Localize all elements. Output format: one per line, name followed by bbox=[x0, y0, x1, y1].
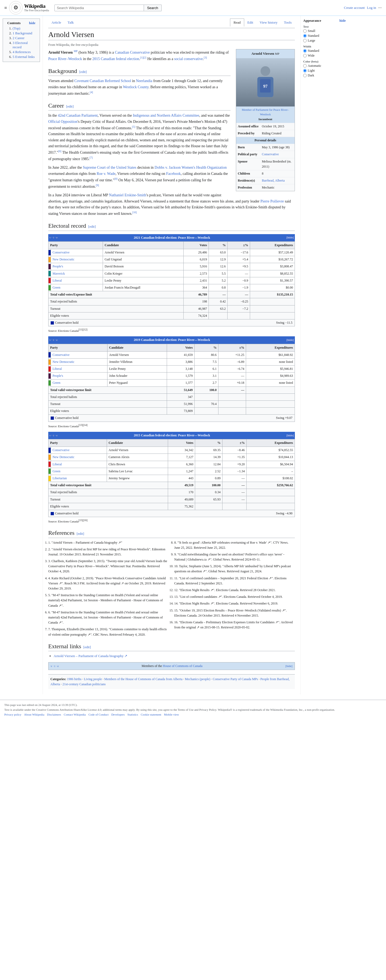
color-light-radio[interactable]: Light bbox=[303, 68, 346, 73]
hamburger-menu-icon[interactable]: ≡ bbox=[4, 5, 7, 11]
size-small-radio[interactable]: Small bbox=[303, 29, 346, 33]
references-heading: References [edit] bbox=[48, 528, 295, 538]
toc-title: Contents bbox=[7, 21, 21, 25]
references-list: 1. "Arnold Viersen – Parliament of Canad… bbox=[48, 540, 295, 637]
external-links-edit-link[interactable]: [edit] bbox=[83, 645, 91, 649]
members-bar-text: Members of the House of Commons of Canad… bbox=[141, 663, 202, 669]
search-input[interactable] bbox=[54, 5, 144, 11]
sidebar-item-top[interactable]: (Top) bbox=[13, 26, 21, 30]
from-wiki: From Wikipedia, the free encyclopedia bbox=[48, 43, 295, 47]
col-party: Party bbox=[49, 241, 103, 249]
members-hide[interactable]: [hide] bbox=[286, 664, 292, 669]
election-2019-table: Party Candidate Votes % ±% Expenditures … bbox=[48, 344, 295, 415]
footer-about-link[interactable]: About Wikipedia bbox=[24, 713, 44, 716]
reference-item: 1. "Arnold Viersen – Parliament of Canad… bbox=[48, 540, 169, 545]
logo-area: ⚙ Wikipedia The Free Encyclopedia bbox=[9, 1, 49, 14]
reference-item: 14. "Election Night Results ↗". Election… bbox=[174, 601, 295, 606]
election-2019-vte[interactable]: v · t · e bbox=[49, 338, 58, 342]
background-edit-link[interactable]: [edit] bbox=[79, 70, 87, 74]
color-automatic-radio[interactable]: Automatic bbox=[303, 64, 346, 68]
election-2019-hide[interactable]: [hide] bbox=[286, 338, 294, 342]
width-standard-radio[interactable]: Standard bbox=[303, 49, 346, 53]
wiki-subtitle: The Free Encyclopedia bbox=[24, 9, 49, 12]
col-candidate: Candidate bbox=[103, 241, 183, 249]
footer-mobile-link[interactable]: Mobile view bbox=[164, 713, 179, 716]
footer-links: Privacy policy About Wikipedia Disclaime… bbox=[4, 713, 382, 716]
article-body: Arnold Viersen MP 97 Member of Parliamen… bbox=[48, 49, 295, 689]
election-2015-table: Party Candidate Votes % ±% Expenditures … bbox=[48, 439, 295, 510]
reference-item: 5. "M-47 Instruction to the Standing Com… bbox=[48, 593, 169, 608]
footer-statistics-link[interactable]: Statistics bbox=[127, 713, 138, 716]
reference-item: 15. "October 19, 2015 Election Results –… bbox=[174, 608, 295, 618]
page-top-meta: Article Talk Read Edit View history Tool… bbox=[48, 19, 295, 26]
election-2015-source: Source: Elections Canada[15][16] bbox=[48, 518, 295, 524]
col-candidate-2019: Candidate bbox=[108, 344, 167, 352]
text-label: Text bbox=[303, 25, 346, 28]
election-2019-header: v · t · e 2019 Canadian federal election… bbox=[48, 336, 295, 344]
election-2021-table: Party Candidate Votes % ±% Expenditures … bbox=[48, 241, 295, 320]
license-text: Text is available under the Creative Com… bbox=[4, 708, 382, 711]
tab-talk[interactable]: Talk bbox=[64, 19, 77, 26]
election-2021-hide[interactable]: [hide] bbox=[286, 235, 294, 240]
content-tabs: Article Talk Read Edit View history Tool… bbox=[48, 19, 295, 26]
election-2021-header: v · t · e 2021 Canadian federal election… bbox=[48, 234, 295, 241]
size-standard-radio[interactable]: Standard bbox=[303, 34, 346, 38]
sidebar-item-references[interactable]: 4 References bbox=[13, 50, 31, 54]
toc-hide-link[interactable]: hide bbox=[29, 21, 35, 25]
reference-item: 7. Thompson, Elizabeth (December 13, 201… bbox=[48, 627, 169, 637]
external-link-1[interactable]: Arnold Viersen – Parliament of Canada bi… bbox=[54, 654, 127, 658]
footer-code-link[interactable]: Code of Conduct bbox=[89, 713, 108, 716]
career-edit-link[interactable]: [edit] bbox=[66, 104, 74, 108]
sidebar-item-external-links[interactable]: 5 External links bbox=[13, 55, 35, 59]
infobox: Arnold Viersen MP 97 Member of Parliamen… bbox=[236, 49, 295, 191]
election-2015-hide[interactable]: [hide] bbox=[286, 433, 294, 438]
col-pct: % bbox=[209, 241, 227, 249]
more-options-icon[interactable]: ⋯ bbox=[378, 6, 382, 10]
references-edit-link[interactable]: [edit] bbox=[77, 531, 84, 536]
members-vte[interactable]: v · t · e bbox=[51, 664, 59, 669]
footer-privacy-link[interactable]: Privacy policy bbox=[4, 713, 21, 716]
reference-item: 6. "M-47 Instruction to the Standing Com… bbox=[48, 610, 169, 625]
right-panel: Appearance hide Text Small Standard Larg… bbox=[300, 16, 348, 694]
col-party-2019: Party bbox=[49, 344, 108, 352]
footer-cookie-link[interactable]: Cookie statement bbox=[141, 713, 161, 716]
appearance-hide-link[interactable]: hide bbox=[339, 19, 346, 23]
reference-item: 11. "List of confirmed candidates – Sept… bbox=[174, 576, 295, 586]
election-2021-hold-swing: Conservative hold Swing −11.5 bbox=[48, 320, 295, 326]
tab-view-history[interactable]: View history bbox=[257, 19, 281, 26]
search-button[interactable]: Search bbox=[144, 5, 162, 11]
infobox-table: Assumed officeOctober 19, 2015 Preceded … bbox=[236, 123, 295, 191]
infobox-caption: Member of Parliament for Peace River–Wes… bbox=[236, 107, 295, 123]
wiki-title: Wikipedia bbox=[24, 4, 49, 9]
sidebar-item-electoral-record[interactable]: 3 Electoral record bbox=[13, 41, 28, 49]
toc-list: (Top) 1 Background 2 Career 3 Electoral … bbox=[7, 26, 35, 59]
login-link[interactable]: Log in bbox=[367, 6, 376, 10]
election-2015-vte[interactable]: v · t · e bbox=[49, 433, 58, 438]
toc-container: Contents hide (Top) 1 Background 2 Caree… bbox=[3, 19, 40, 62]
footer-contact-link[interactable]: Contact Wikipedia bbox=[64, 713, 86, 716]
sidebar-item-career[interactable]: 2 Career bbox=[13, 36, 24, 40]
tab-tools[interactable]: Tools bbox=[281, 19, 295, 26]
electoral-edit-link[interactable]: [edit] bbox=[88, 224, 96, 229]
color-label: Color (beta) bbox=[303, 60, 346, 63]
create-account-link[interactable]: Create account bbox=[344, 6, 365, 10]
reference-item: 2. "Arnold Viersen elected as first MP f… bbox=[48, 547, 169, 557]
reference-item: 16. "Elections Canada – Preliminary Elec… bbox=[174, 620, 295, 630]
site-footer: This page was last edited on 24 August 2… bbox=[0, 700, 386, 719]
tab-read[interactable]: Read bbox=[230, 19, 244, 27]
sidebar-item-background[interactable]: 1 Background bbox=[13, 31, 32, 35]
background-heading: Background [edit] bbox=[48, 66, 230, 76]
election-2019-hold-swing: Conservative hold Swing +9.07 bbox=[48, 415, 295, 422]
electoral-record-heading: Electoral record [edit] bbox=[48, 221, 295, 231]
tab-edit[interactable]: Edit bbox=[244, 19, 257, 26]
career-heading: Career [edit] bbox=[48, 101, 230, 110]
election-2021-vte[interactable]: v · t · e bbox=[49, 235, 58, 240]
size-large-radio[interactable]: Large bbox=[303, 39, 346, 43]
width-wide-radio[interactable]: Wide bbox=[303, 54, 346, 58]
appearance-section: Appearance hide Text Small Standard Larg… bbox=[303, 19, 346, 78]
tab-article[interactable]: Article bbox=[48, 19, 64, 26]
footer-disclaimers-link[interactable]: Disclaimers bbox=[47, 713, 61, 716]
svg-text:97: 97 bbox=[263, 84, 267, 89]
color-dark-radio[interactable]: Dark bbox=[303, 73, 346, 78]
footer-developers-link[interactable]: Developers bbox=[111, 713, 125, 716]
